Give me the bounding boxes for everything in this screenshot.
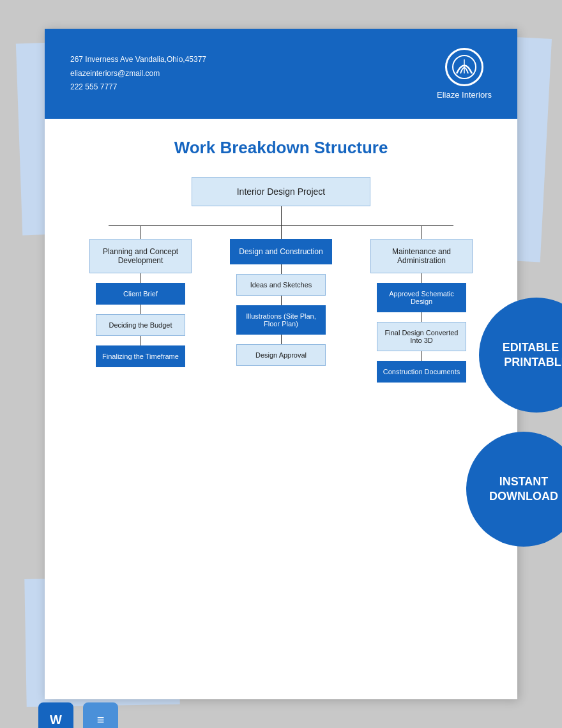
node-design-construction: Design and Construction xyxy=(230,239,332,264)
wbs-root-node: Interior Design Project xyxy=(192,177,370,206)
page-title: Work Breakdown Structure xyxy=(70,138,492,158)
node-construction-docs: Construction Documents xyxy=(377,361,466,383)
level1-col-planning: Planning and Concept Development Client … xyxy=(83,226,198,367)
node-finalizing-timeframe: Finalizing the Timeframe xyxy=(96,345,185,367)
node-deciding-budget: Deciding the Budget xyxy=(96,314,185,336)
node-planning: Planning and Concept Development xyxy=(89,239,192,273)
logo-icon xyxy=(445,48,483,86)
circle-instant-download: INSTANT DOWNLOAD xyxy=(466,432,562,547)
level1-row: Planning and Concept Development Client … xyxy=(70,226,492,383)
node-client-brief: Client Brief xyxy=(96,283,185,305)
node-design-approval: Design Approval xyxy=(236,344,326,366)
node-illustrations: Illustrations (Site Plan, Floor Plan) xyxy=(236,305,326,335)
node-final-design: Final Design Converted Into 3D xyxy=(377,322,466,351)
phone: 222 555 7777 xyxy=(70,80,206,95)
logo-name: Eliaze Interiors xyxy=(437,90,492,100)
level1-col-design: Design and Construction Ideas and Sketch… xyxy=(224,226,338,366)
document: 267 Inverness Ave Vandalia,Ohio,45377 el… xyxy=(45,29,517,699)
node-ideas-sketches: Ideas and Sketches xyxy=(236,274,326,296)
header: 267 Inverness Ave Vandalia,Ohio,45377 el… xyxy=(45,29,517,119)
email: eliazeinteriors@zmail.com xyxy=(70,67,206,81)
bottom-icons: W ≡ xyxy=(38,702,118,728)
docs-icon[interactable]: ≡ xyxy=(83,702,118,728)
document-body: Work Breakdown Structure Interior Design… xyxy=(45,119,517,408)
contact-info: 267 Inverness Ave Vandalia,Ohio,45377 el… xyxy=(70,53,206,95)
logo: Eliaze Interiors xyxy=(437,48,492,100)
level1-col-maintenance: Maintenance and Administration Approved … xyxy=(364,226,479,383)
node-approved-schematic: Approved Schematic Design xyxy=(377,283,466,312)
address: 267 Inverness Ave Vandalia,Ohio,45377 xyxy=(70,53,206,67)
wbs-chart: Interior Design Project Planning and Con… xyxy=(70,177,492,383)
word-icon[interactable]: W xyxy=(38,702,73,728)
node-maintenance: Maintenance and Administration xyxy=(370,239,473,273)
